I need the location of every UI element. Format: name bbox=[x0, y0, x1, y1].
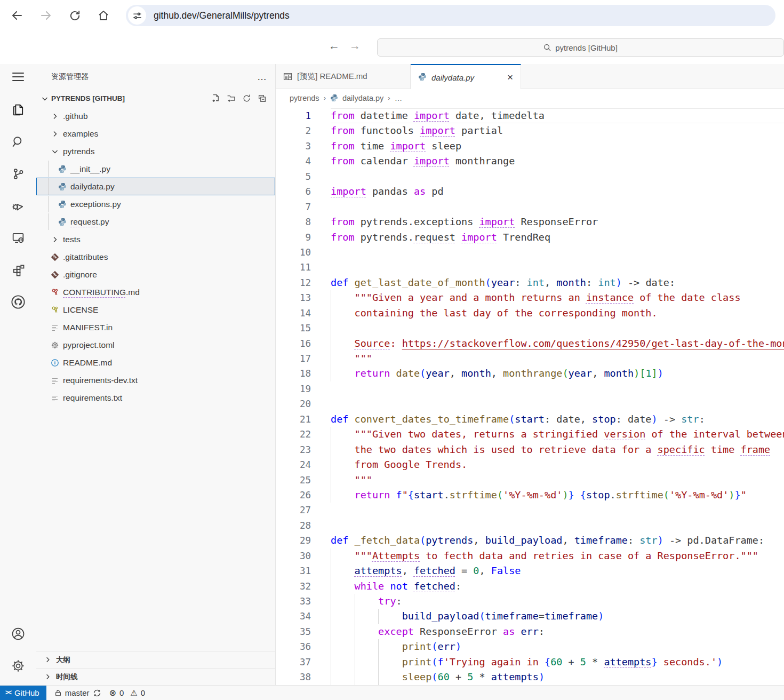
timeline-section[interactable]: 时间线 bbox=[36, 668, 275, 685]
github-icon[interactable] bbox=[0, 286, 36, 318]
code-line-19[interactable]: 19 bbox=[276, 381, 784, 396]
remote-explorer-icon[interactable] bbox=[0, 222, 36, 254]
code-line-11[interactable]: 11 bbox=[276, 260, 784, 275]
code-line-25[interactable]: 25 """ bbox=[276, 473, 784, 488]
browser-forward-icon[interactable] bbox=[35, 5, 57, 26]
search-view-icon[interactable] bbox=[0, 126, 36, 158]
close-icon[interactable]: × bbox=[507, 71, 513, 83]
code-line-12[interactable]: 12def get_last_date_of_month(year: int, … bbox=[276, 275, 784, 290]
tree-item-contributing-md[interactable]: CONTRIBUTING.md bbox=[36, 283, 275, 301]
code-line-10[interactable]: 10 bbox=[276, 245, 784, 260]
code-line-24[interactable]: 24 from Google Trends. bbox=[276, 457, 784, 472]
tree-item-tests[interactable]: tests bbox=[36, 230, 275, 248]
browser-address-bar[interactable]: github.dev/GeneralMills/pytrends bbox=[126, 5, 775, 26]
source-control-icon[interactable] bbox=[0, 158, 36, 190]
code-line-23[interactable]: 23 the two dates which is used to retrie… bbox=[276, 442, 784, 457]
breadcrumb-item[interactable]: dailydata.py bbox=[342, 94, 383, 102]
code-line-33[interactable]: 33 try: bbox=[276, 594, 784, 609]
tree-item--init-py[interactable]: __init__.py bbox=[36, 160, 275, 178]
code-line-38[interactable]: 38 sleep(60 + 5 * attempts) bbox=[276, 670, 784, 685]
file-name: LICENSE bbox=[63, 305, 98, 315]
tree-item-dailydata-py[interactable]: dailydata.py bbox=[36, 178, 275, 195]
code-line-5[interactable]: 5 bbox=[276, 169, 784, 184]
breadcrumb-item[interactable]: … bbox=[395, 94, 403, 102]
code-line-9[interactable]: 9from pytrends.request import TrendReq bbox=[276, 230, 784, 245]
code-line-2[interactable]: 2from functools import partial bbox=[276, 123, 784, 138]
run-debug-icon[interactable] bbox=[0, 190, 36, 222]
explorer-section-header[interactable]: PYTRENDS [GITHUB] bbox=[36, 90, 275, 107]
code-line-34[interactable]: 34 build_payload(timeframe=timeframe) bbox=[276, 609, 784, 624]
code-line-15[interactable]: 15 bbox=[276, 321, 784, 336]
tree-item-examples[interactable]: examples bbox=[36, 125, 275, 142]
indent-guide bbox=[355, 655, 355, 670]
explorer-icon[interactable] bbox=[0, 94, 36, 126]
tree-item-requirements-txt[interactable]: requirements.txt bbox=[36, 389, 275, 407]
site-settings-icon[interactable] bbox=[128, 6, 146, 25]
new-file-icon[interactable] bbox=[211, 94, 220, 103]
code-line-29[interactable]: 29def _fetch_data(pytrends, build_payloa… bbox=[276, 533, 784, 548]
code-line-13[interactable]: 13 """Given a year and a month returns a… bbox=[276, 290, 784, 305]
tree-item-pyproject-toml[interactable]: pyproject.toml bbox=[36, 336, 275, 354]
line-content: from pytrends.request import TrendReq bbox=[331, 230, 784, 245]
tree-item-manifest-in[interactable]: MANIFEST.in bbox=[36, 319, 275, 336]
code-line-35[interactable]: 35 except ResponseError as err: bbox=[276, 624, 784, 639]
explorer-more-actions-icon[interactable]: … bbox=[257, 71, 268, 83]
file-name: MANIFEST.in bbox=[63, 323, 113, 332]
code-line-26[interactable]: 26 return f"{start.strftime('%Y-%m-%d')}… bbox=[276, 488, 784, 503]
editor-forward-icon[interactable]: → bbox=[349, 39, 361, 52]
settings-gear-icon[interactable] bbox=[0, 650, 36, 682]
browser-reload-icon[interactable] bbox=[64, 5, 85, 26]
tree-item-license[interactable]: LICENSE bbox=[36, 301, 275, 319]
tree-item-request-py[interactable]: request.py bbox=[36, 213, 275, 230]
tree-item-readme-md[interactable]: README.md bbox=[36, 354, 275, 371]
menu-hamburger-icon[interactable] bbox=[0, 64, 36, 90]
code-line-18[interactable]: 18 return date(year, month, monthrange(y… bbox=[276, 366, 784, 381]
breadcrumb-item[interactable]: pytrends bbox=[290, 94, 319, 102]
tree-item--github[interactable]: .github bbox=[36, 107, 275, 125]
code-line-27[interactable]: 27 bbox=[276, 503, 784, 518]
tab-readme-preview[interactable]: [预览] README.md bbox=[276, 64, 411, 89]
browser-home-icon[interactable] bbox=[93, 5, 114, 26]
tree-item--gitignore[interactable]: .gitignore bbox=[36, 266, 275, 283]
code-line-4[interactable]: 4from calendar import monthrange bbox=[276, 154, 784, 169]
code-line-32[interactable]: 32 while not fetched: bbox=[276, 579, 784, 594]
code-line-3[interactable]: 3from time import sleep bbox=[276, 139, 784, 154]
tree-item--gitattributes[interactable]: .gitattributes bbox=[36, 248, 275, 266]
remote-indicator[interactable]: >< GitHub bbox=[0, 686, 46, 700]
line-content: import pandas as pd bbox=[331, 184, 784, 199]
branch-indicator[interactable]: master bbox=[54, 688, 101, 697]
code-line-36[interactable]: 36 print(err) bbox=[276, 639, 784, 654]
refresh-explorer-icon[interactable] bbox=[242, 94, 251, 103]
code-line-17[interactable]: 17 """ bbox=[276, 351, 784, 366]
browser-back-icon[interactable] bbox=[6, 5, 28, 26]
line-content: from functools import partial bbox=[331, 123, 784, 138]
indent-guide bbox=[331, 427, 331, 442]
outline-section[interactable]: 大纲 bbox=[36, 651, 275, 668]
code-line-22[interactable]: 22 """Given two dates, returns a stringi… bbox=[276, 427, 784, 442]
new-folder-icon[interactable] bbox=[227, 94, 236, 103]
code-line-28[interactable]: 28 bbox=[276, 518, 784, 533]
editor-back-icon[interactable]: ← bbox=[329, 39, 340, 52]
extensions-icon[interactable] bbox=[0, 254, 36, 286]
tree-item-requirements-dev-txt[interactable]: requirements-dev.txt bbox=[36, 371, 275, 389]
code-line-16[interactable]: 16 Source: https://stackoverflow.com/que… bbox=[276, 336, 784, 351]
code-editor[interactable]: 1from datetime import date, timedelta2fr… bbox=[276, 107, 784, 685]
command-center-search[interactable]: pytrends [GitHub] bbox=[377, 38, 784, 57]
code-line-37[interactable]: 37 print(f'Trying again in {60 + 5 * att… bbox=[276, 655, 784, 670]
line-number: 23 bbox=[276, 442, 311, 457]
collapse-folders-icon[interactable] bbox=[258, 94, 267, 103]
account-icon[interactable] bbox=[0, 618, 36, 650]
tab-dailydata[interactable]: dailydata.py × bbox=[411, 64, 521, 90]
code-line-1[interactable]: 1from datetime import date, timedelta bbox=[276, 108, 784, 123]
code-line-31[interactable]: 31 attempts, fetched = 0, False bbox=[276, 563, 784, 578]
tree-item-pytrends[interactable]: pytrends bbox=[36, 142, 275, 160]
code-line-20[interactable]: 20 bbox=[276, 396, 784, 411]
code-line-14[interactable]: 14 containing the last day of the corres… bbox=[276, 306, 784, 321]
code-line-7[interactable]: 7 bbox=[276, 200, 784, 214]
tree-item-exceptions-py[interactable]: exceptions.py bbox=[36, 195, 275, 213]
code-line-30[interactable]: 30 """Attempts to fecth data and retries… bbox=[276, 548, 784, 563]
code-line-21[interactable]: 21def convert_dates_to_timeframe(start: … bbox=[276, 412, 784, 427]
code-line-8[interactable]: 8from pytrends.exceptions import Respons… bbox=[276, 214, 784, 229]
problems-indicator[interactable]: ⊗ 0 ⚠ 0 bbox=[109, 688, 146, 698]
code-line-6[interactable]: 6import pandas as pd bbox=[276, 184, 784, 199]
